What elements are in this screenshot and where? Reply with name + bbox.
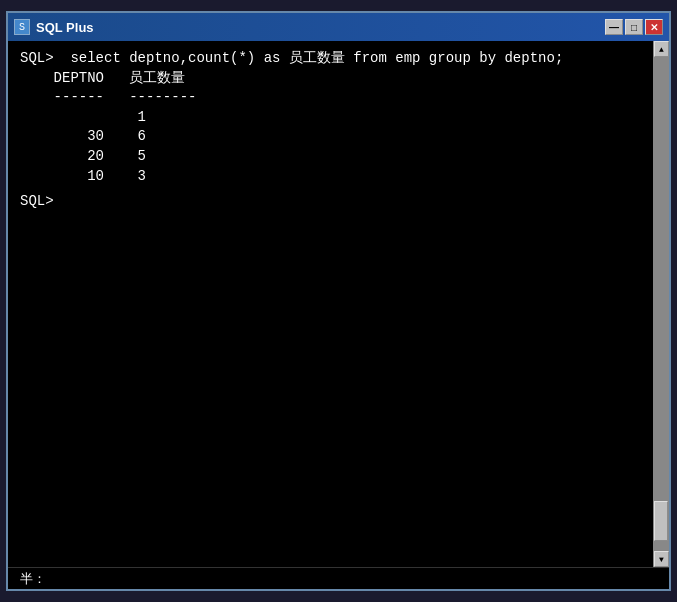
- close-button[interactable]: ✕: [645, 19, 663, 35]
- data-row-1: 30 6: [20, 127, 641, 147]
- scroll-up-button[interactable]: ▲: [654, 41, 669, 57]
- data-row-0: 1: [20, 108, 641, 128]
- app-icon: S: [14, 19, 30, 35]
- title-bar: S SQL Plus — □ ✕: [8, 13, 669, 41]
- status-bar: 半：: [8, 567, 669, 589]
- window-title: SQL Plus: [36, 20, 94, 35]
- status-text: 半：: [20, 570, 46, 588]
- sql-prompt: SQL>: [20, 193, 62, 209]
- data-row-3: 10 3: [20, 167, 641, 187]
- separator-line: ------ --------: [20, 88, 641, 108]
- terminal-output[interactable]: SQL> select deptno,count(*) as 员工数量 from…: [8, 41, 653, 567]
- minimize-button[interactable]: —: [605, 19, 623, 35]
- scroll-down-button[interactable]: ▼: [654, 551, 669, 567]
- maximize-button[interactable]: □: [625, 19, 643, 35]
- data-row-2: 20 5: [20, 147, 641, 167]
- content-area: SQL> select deptno,count(*) as 员工数量 from…: [8, 41, 669, 567]
- vertical-scrollbar[interactable]: ▲ ▼: [653, 41, 669, 567]
- main-window: S SQL Plus — □ ✕ SQL> select deptno,coun…: [6, 11, 671, 591]
- column-header: DEPTNO 员工数量: [20, 69, 641, 89]
- scrollbar-thumb[interactable]: [654, 501, 668, 541]
- command-line: SQL> select deptno,count(*) as 员工数量 from…: [20, 49, 641, 69]
- title-bar-left: S SQL Plus: [14, 19, 94, 35]
- scrollbar-track[interactable]: [654, 57, 669, 551]
- title-buttons: — □ ✕: [605, 19, 663, 35]
